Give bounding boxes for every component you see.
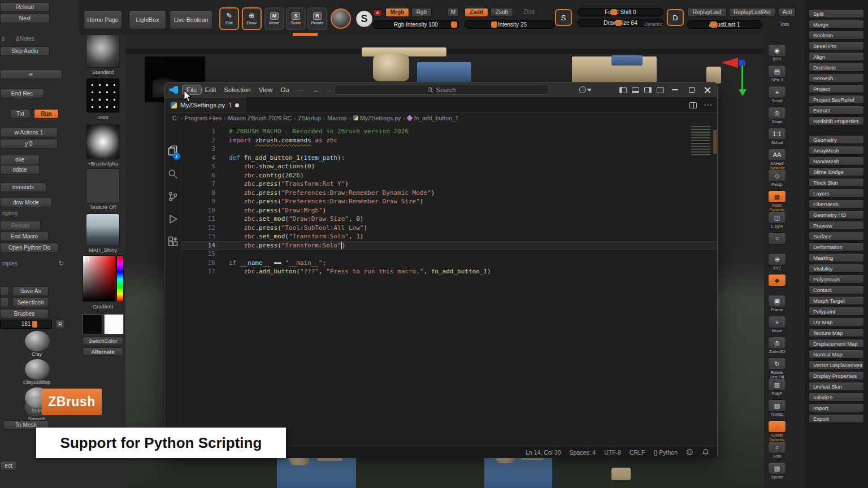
reload-script-button[interactable]: Reload	[0, 221, 41, 230]
stroke-falloff-icon[interactable]: S	[555, 9, 572, 26]
feedback-icon[interactable]	[686, 448, 693, 456]
menu-item-deformation[interactable]: Deformation	[809, 242, 864, 251]
current-brush-thumb[interactable]	[86, 33, 120, 68]
shelf-item-actual[interactable]: 1:1Actual	[766, 128, 788, 147]
breadcrumb-item[interactable]: ZStartup	[298, 115, 321, 121]
partial-button[interactable]: e	[0, 69, 62, 79]
slider-thumb[interactable]	[451, 21, 457, 28]
shelf-item-zoom3d[interactable]: ◎Zoom3D	[766, 337, 788, 356]
select-icon-button[interactable]: SelectIcon	[12, 298, 49, 307]
draw-tool-button[interactable]: ⊕ Draw	[242, 7, 262, 30]
menu-item-bevel-pro[interactable]: Bevel Pro	[809, 41, 864, 50]
run-debug-icon[interactable]	[167, 213, 179, 225]
menu-item-align[interactable]: Align	[809, 52, 864, 61]
menu-item-displacement-map[interactable]: Displacement Map	[809, 339, 864, 348]
brush-claybuildup-thumb[interactable]	[25, 359, 50, 380]
commands-button[interactable]: mmands	[0, 182, 46, 192]
menu-item-thick-skin[interactable]: Thick Skin	[809, 178, 864, 187]
alternate-button[interactable]: Alternate	[83, 347, 123, 356]
notifications-bell-icon[interactable]	[702, 448, 709, 456]
code-line[interactable]: 5 zbc.show_actions(0)	[181, 162, 717, 171]
XYZ-icon[interactable]: ⊕	[768, 253, 786, 265]
slider-thumb[interactable]	[710, 21, 717, 28]
edit-tool-button[interactable]: ✎ Edit	[219, 7, 239, 30]
run-button[interactable]: Run	[34, 109, 59, 119]
shelf-item-polyf[interactable]: Line Fill▥PolyF	[766, 378, 788, 398]
menu-item-remesh[interactable]: Remesh	[809, 73, 864, 82]
menu-item-uv-map[interactable]: UV Map	[809, 317, 864, 326]
code-line[interactable]: 2import zbrush.commands as zbc	[181, 136, 717, 145]
shelf-item-xpose[interactable]: ▧Xpose	[766, 462, 788, 481]
shelf-icon[interactable]: ◆	[768, 274, 786, 286]
menu-item-fibermesh[interactable]: FiberMesh	[809, 199, 864, 208]
code-line[interactable]: 15	[181, 250, 717, 259]
menu-edit[interactable]: Edit	[201, 85, 220, 94]
rgb-button[interactable]: Rgb	[411, 8, 432, 17]
status-item[interactable]: Spaces: 4	[570, 449, 596, 456]
menu-item-boolean[interactable]: Boolean	[809, 30, 864, 40]
shelf-item-bpr[interactable]: ◉BPR	[766, 44, 788, 63]
Transp-icon[interactable]: ▨	[768, 399, 786, 412]
partial-button[interactable]: odate	[0, 165, 40, 175]
menu-item-layers[interactable]: Layers	[809, 189, 864, 198]
maximize-icon[interactable]	[689, 87, 695, 93]
mrgb-button[interactable]: Mrgb	[385, 8, 409, 17]
menu-item-split[interactable]: Split	[809, 9, 864, 18]
toggle-panel-icon[interactable]	[632, 87, 639, 93]
code-line[interactable]: 16if __name__ == "__main__":	[181, 259, 717, 268]
breadcrumb-item[interactable]: MyZSettings.py	[353, 115, 401, 121]
toggle-sidebar-icon[interactable]	[619, 87, 627, 93]
SPix 3-icon[interactable]: ▤	[768, 65, 786, 77]
menu-item-visibility[interactable]: Visibility	[809, 264, 864, 273]
zadd-button[interactable]: Zadd	[465, 8, 488, 17]
shelf-item-floor[interactable]: ▦Floor	[766, 190, 788, 210]
menu-view[interactable]: View	[255, 85, 277, 94]
brush-preview-icon[interactable]	[331, 8, 351, 29]
Move-icon[interactable]: +	[768, 316, 786, 328]
brush-clay-thumb[interactable]	[25, 331, 50, 351]
menu-selection[interactable]: Selection	[220, 85, 254, 94]
shelf-item-move[interactable]: +Move	[766, 316, 788, 335]
customize-layout-icon[interactable]	[657, 87, 664, 93]
menu-item-nanomesh[interactable]: NanoMesh	[809, 156, 864, 165]
value-slider[interactable]: 181	[0, 320, 52, 329]
actions-button-partial[interactable]: Acti	[779, 8, 796, 17]
toggle-secondary-sidebar-icon[interactable]	[644, 87, 652, 93]
menu-item-arraymesh[interactable]: ArrayMesh	[809, 146, 864, 155]
lightbox-button[interactable]: LightBox	[129, 10, 166, 29]
zsub-button[interactable]: Zsub	[491, 8, 513, 17]
material-thumb[interactable]	[86, 213, 120, 246]
menu-item-geometry-hd[interactable]: Geometry HD	[809, 210, 864, 219]
rotate-tool-button[interactable]: R Rotate	[307, 7, 327, 30]
slider-thumb[interactable]	[615, 20, 622, 26]
code-line[interactable]: 12 zbc.press("Tool:SubTool:All Low")	[181, 224, 717, 233]
Persp-icon[interactable]: ◇	[768, 169, 786, 182]
shelf-item-lsym[interactable]: Dynamic◫L.Sym	[766, 211, 788, 230]
Scroll-icon[interactable]: +	[768, 86, 786, 98]
shelf-item-solo[interactable]: Dynamic○Solo	[766, 441, 788, 460]
skip-audio-button[interactable]: Skip Audio	[0, 46, 50, 56]
menu-item-merge[interactable]: Merge	[809, 20, 864, 29]
menu-item-polypaint[interactable]: Polypaint	[809, 307, 864, 316]
shelf-icon[interactable]: ○	[768, 232, 786, 245]
code-line[interactable]: 11 zbc.set_mod("Draw:Draw Size", 0)	[181, 215, 717, 224]
replay-last-button[interactable]: ReplayLast	[687, 8, 727, 17]
menu-go[interactable]: Go	[276, 85, 293, 94]
actions-slider[interactable]: w Actions 1	[0, 128, 58, 137]
more-actions-icon[interactable]: ···	[704, 100, 713, 110]
stroke-curve-icon[interactable]: S	[355, 10, 373, 28]
shelf-item-ghost[interactable]: ◌Ghost	[766, 420, 788, 439]
code-editor[interactable]: 1# ZBRUSH MACRO - Recorded in ZBrush ver…	[181, 123, 717, 446]
slider-thumb[interactable]	[611, 9, 617, 15]
status-item[interactable]: CRLF	[630, 449, 645, 456]
menu-item-texture-map[interactable]: Texture Map	[809, 328, 864, 337]
adjust-last-slider[interactable]: AdjustLast 1	[687, 20, 762, 29]
nav-forward-icon[interactable]: →	[326, 86, 332, 94]
menu-item-initialize[interactable]: Initialize	[809, 393, 864, 402]
menu-item-unified-skin[interactable]: Unified Skin	[809, 382, 864, 391]
texture-thumb[interactable]	[86, 168, 120, 203]
replay-last-rel-button[interactable]: ReplayLastRel	[729, 8, 775, 17]
main-color-swatch[interactable]	[83, 314, 102, 334]
breadcrumb-item[interactable]: Macros	[327, 115, 346, 121]
code-line[interactable]: 13 zbc.set_mod("Transform:Solo", 1)	[181, 232, 717, 241]
